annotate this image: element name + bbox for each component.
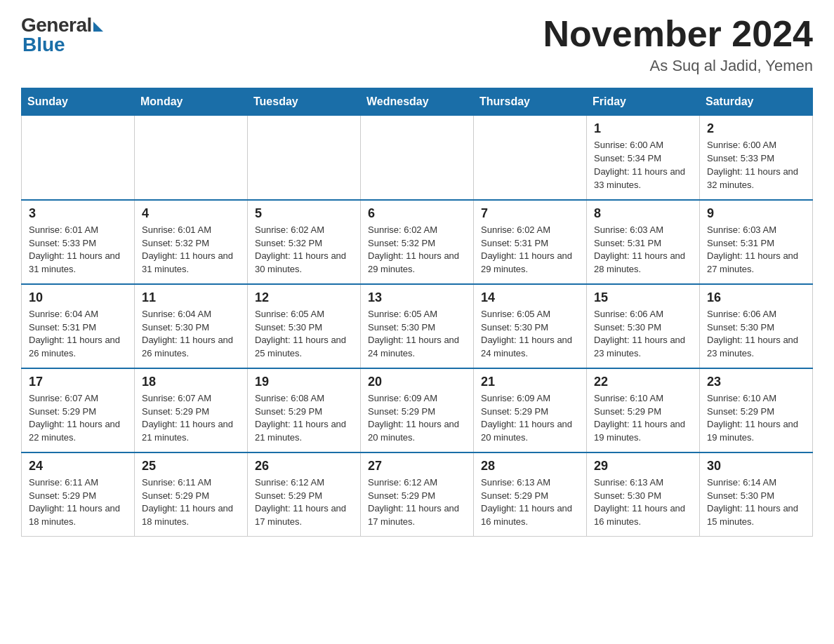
day-info: Sunrise: 6:07 AM Sunset: 5:29 PM Dayligh…: [142, 392, 240, 445]
day-number: 28: [481, 459, 579, 474]
day-number: 13: [368, 290, 466, 305]
calendar-cell: 13Sunrise: 6:05 AM Sunset: 5:30 PM Dayli…: [361, 284, 474, 368]
day-number: 15: [594, 290, 692, 305]
calendar-table: SundayMondayTuesdayWednesdayThursdayFrid…: [21, 88, 813, 537]
logo: General Blue: [21, 14, 103, 56]
day-number: 11: [142, 290, 240, 305]
day-number: 20: [368, 375, 466, 389]
day-number: 25: [142, 459, 240, 474]
calendar-cell: 14Sunrise: 6:05 AM Sunset: 5:30 PM Dayli…: [474, 284, 587, 368]
calendar-cell: [135, 116, 248, 200]
calendar-cell: [474, 116, 587, 200]
weekday-header-thursday: Thursday: [474, 88, 587, 116]
weekday-header-tuesday: Tuesday: [248, 88, 361, 116]
calendar-cell: 3Sunrise: 6:01 AM Sunset: 5:33 PM Daylig…: [22, 200, 135, 284]
calendar-cell: 27Sunrise: 6:12 AM Sunset: 5:29 PM Dayli…: [361, 452, 474, 537]
day-info: Sunrise: 6:11 AM Sunset: 5:29 PM Dayligh…: [142, 476, 240, 529]
weekday-header-friday: Friday: [587, 88, 700, 116]
logo-blue-text: Blue: [22, 34, 65, 56]
day-info: Sunrise: 6:00 AM Sunset: 5:34 PM Dayligh…: [594, 139, 692, 192]
day-number: 14: [481, 290, 579, 305]
calendar-cell: 9Sunrise: 6:03 AM Sunset: 5:31 PM Daylig…: [700, 200, 813, 284]
calendar-title: November 2024: [543, 14, 813, 54]
day-info: Sunrise: 6:12 AM Sunset: 5:29 PM Dayligh…: [368, 476, 466, 529]
day-info: Sunrise: 6:05 AM Sunset: 5:30 PM Dayligh…: [481, 308, 579, 361]
calendar-cell: 30Sunrise: 6:14 AM Sunset: 5:30 PM Dayli…: [700, 452, 813, 537]
calendar-cell: 5Sunrise: 6:02 AM Sunset: 5:32 PM Daylig…: [248, 200, 361, 284]
day-info: Sunrise: 6:03 AM Sunset: 5:31 PM Dayligh…: [594, 224, 692, 276]
calendar-cell: 25Sunrise: 6:11 AM Sunset: 5:29 PM Dayli…: [135, 452, 248, 537]
day-number: 22: [594, 375, 692, 389]
day-info: Sunrise: 6:01 AM Sunset: 5:32 PM Dayligh…: [142, 224, 240, 276]
day-number: 5: [255, 206, 353, 221]
day-info: Sunrise: 6:04 AM Sunset: 5:31 PM Dayligh…: [29, 308, 127, 361]
page-header: General Blue November 2024 As Suq al Jad…: [21, 14, 813, 75]
week-row-2: 3Sunrise: 6:01 AM Sunset: 5:33 PM Daylig…: [22, 200, 813, 284]
day-number: 23: [707, 375, 805, 389]
day-number: 6: [368, 206, 466, 221]
day-number: 8: [594, 206, 692, 221]
day-info: Sunrise: 6:03 AM Sunset: 5:31 PM Dayligh…: [707, 224, 805, 276]
day-info: Sunrise: 6:04 AM Sunset: 5:30 PM Dayligh…: [142, 308, 240, 361]
day-info: Sunrise: 6:02 AM Sunset: 5:32 PM Dayligh…: [255, 224, 353, 276]
day-number: 12: [255, 290, 353, 305]
calendar-cell: [361, 116, 474, 200]
calendar-cell: 24Sunrise: 6:11 AM Sunset: 5:29 PM Dayli…: [22, 452, 135, 537]
calendar-cell: 1Sunrise: 6:00 AM Sunset: 5:34 PM Daylig…: [587, 116, 700, 200]
calendar-cell: 20Sunrise: 6:09 AM Sunset: 5:29 PM Dayli…: [361, 368, 474, 452]
calendar-cell: 15Sunrise: 6:06 AM Sunset: 5:30 PM Dayli…: [587, 284, 700, 368]
calendar-cell: [22, 116, 135, 200]
day-info: Sunrise: 6:00 AM Sunset: 5:33 PM Dayligh…: [707, 139, 805, 192]
day-info: Sunrise: 6:07 AM Sunset: 5:29 PM Dayligh…: [29, 392, 127, 445]
weekday-header-monday: Monday: [135, 88, 248, 116]
day-number: 21: [481, 375, 579, 389]
weekday-header-sunday: Sunday: [22, 88, 135, 116]
calendar-cell: 7Sunrise: 6:02 AM Sunset: 5:31 PM Daylig…: [474, 200, 587, 284]
day-number: 16: [707, 290, 805, 305]
calendar-cell: 21Sunrise: 6:09 AM Sunset: 5:29 PM Dayli…: [474, 368, 587, 452]
day-info: Sunrise: 6:08 AM Sunset: 5:29 PM Dayligh…: [255, 392, 353, 445]
day-number: 3: [29, 206, 127, 221]
calendar-cell: 26Sunrise: 6:12 AM Sunset: 5:29 PM Dayli…: [248, 452, 361, 537]
week-row-1: 1Sunrise: 6:00 AM Sunset: 5:34 PM Daylig…: [22, 116, 813, 200]
day-info: Sunrise: 6:06 AM Sunset: 5:30 PM Dayligh…: [707, 308, 805, 361]
calendar-cell: 8Sunrise: 6:03 AM Sunset: 5:31 PM Daylig…: [587, 200, 700, 284]
day-info: Sunrise: 6:01 AM Sunset: 5:33 PM Dayligh…: [29, 224, 127, 276]
day-info: Sunrise: 6:11 AM Sunset: 5:29 PM Dayligh…: [29, 476, 127, 529]
calendar-cell: 29Sunrise: 6:13 AM Sunset: 5:30 PM Dayli…: [587, 452, 700, 537]
day-info: Sunrise: 6:05 AM Sunset: 5:30 PM Dayligh…: [368, 308, 466, 361]
weekday-header-saturday: Saturday: [700, 88, 813, 116]
week-row-4: 17Sunrise: 6:07 AM Sunset: 5:29 PM Dayli…: [22, 368, 813, 452]
day-info: Sunrise: 6:06 AM Sunset: 5:30 PM Dayligh…: [594, 308, 692, 361]
calendar-cell: 18Sunrise: 6:07 AM Sunset: 5:29 PM Dayli…: [135, 368, 248, 452]
week-row-5: 24Sunrise: 6:11 AM Sunset: 5:29 PM Dayli…: [22, 452, 813, 537]
day-number: 9: [707, 206, 805, 221]
day-number: 4: [142, 206, 240, 221]
logo-triangle-icon: [93, 22, 103, 32]
calendar-cell: 10Sunrise: 6:04 AM Sunset: 5:31 PM Dayli…: [22, 284, 135, 368]
day-info: Sunrise: 6:10 AM Sunset: 5:29 PM Dayligh…: [707, 392, 805, 445]
weekday-header-row: SundayMondayTuesdayWednesdayThursdayFrid…: [22, 88, 813, 116]
title-block: November 2024 As Suq al Jadid, Yemen: [543, 14, 813, 75]
day-number: 2: [707, 121, 805, 136]
calendar-cell: 12Sunrise: 6:05 AM Sunset: 5:30 PM Dayli…: [248, 284, 361, 368]
day-info: Sunrise: 6:02 AM Sunset: 5:32 PM Dayligh…: [368, 224, 466, 276]
day-number: 18: [142, 375, 240, 389]
calendar-cell: 19Sunrise: 6:08 AM Sunset: 5:29 PM Dayli…: [248, 368, 361, 452]
weekday-header-wednesday: Wednesday: [361, 88, 474, 116]
day-number: 27: [368, 459, 466, 474]
day-info: Sunrise: 6:14 AM Sunset: 5:30 PM Dayligh…: [707, 476, 805, 529]
day-number: 19: [255, 375, 353, 389]
day-info: Sunrise: 6:13 AM Sunset: 5:30 PM Dayligh…: [594, 476, 692, 529]
day-info: Sunrise: 6:13 AM Sunset: 5:29 PM Dayligh…: [481, 476, 579, 529]
calendar-cell: 4Sunrise: 6:01 AM Sunset: 5:32 PM Daylig…: [135, 200, 248, 284]
day-info: Sunrise: 6:02 AM Sunset: 5:31 PM Dayligh…: [481, 224, 579, 276]
calendar-cell: 28Sunrise: 6:13 AM Sunset: 5:29 PM Dayli…: [474, 452, 587, 537]
day-number: 1: [594, 121, 692, 136]
calendar-cell: 22Sunrise: 6:10 AM Sunset: 5:29 PM Dayli…: [587, 368, 700, 452]
day-info: Sunrise: 6:05 AM Sunset: 5:30 PM Dayligh…: [255, 308, 353, 361]
day-info: Sunrise: 6:12 AM Sunset: 5:29 PM Dayligh…: [255, 476, 353, 529]
calendar-cell: 6Sunrise: 6:02 AM Sunset: 5:32 PM Daylig…: [361, 200, 474, 284]
day-number: 17: [29, 375, 127, 389]
day-info: Sunrise: 6:10 AM Sunset: 5:29 PM Dayligh…: [594, 392, 692, 445]
